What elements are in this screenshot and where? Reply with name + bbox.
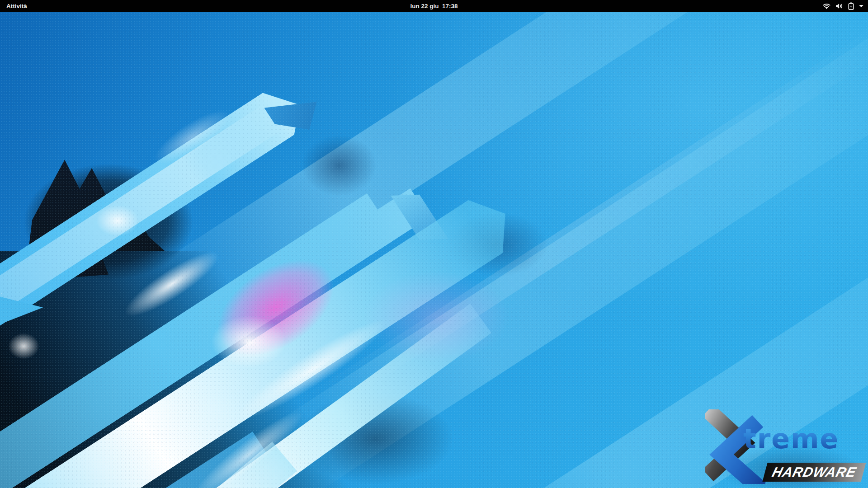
desktop-wallpaper: treme HARDWARE [0,12,868,488]
clock-button[interactable]: lun 22 giu 17:38 [410,3,458,9]
volume-icon [835,3,843,9]
battery-charging-icon [848,2,854,10]
system-menu-caret-icon [859,5,863,7]
logo-brand-text: treme [743,423,839,455]
wallpaper-glow-white [2,328,45,364]
clock-area: lun 22 giu 17:38 [0,0,868,12]
system-status-area[interactable] [818,0,868,12]
wifi-icon [823,3,830,9]
xtreme-hardware-logo: treme HARDWARE [702,408,868,488]
wallpaper-glow-white [88,199,147,242]
wallpaper-dark-patch [289,125,389,206]
logo-hardware-bar: HARDWARE [762,463,866,482]
gnome-top-bar: Attività lun 22 giu 17:38 [0,0,868,12]
logo-brand-subtext: HARDWARE [770,465,858,480]
